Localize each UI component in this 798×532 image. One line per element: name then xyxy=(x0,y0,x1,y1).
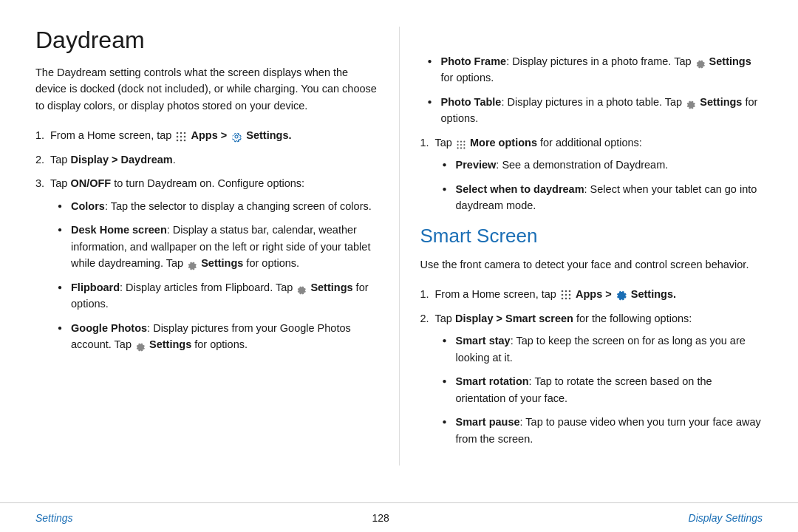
right-column: Photo Frame: Display pictures in a photo… xyxy=(399,27,763,466)
footer-page-number: 128 xyxy=(372,512,389,524)
gear-icon-ptable xyxy=(686,98,696,108)
step3-bullet-list: Colors: Tap the selector to display a ch… xyxy=(58,198,378,353)
gear-icon-desk xyxy=(187,259,197,269)
step4-more-bullets: Preview: See a demonstration of Daydream… xyxy=(443,157,763,214)
svg-point-12 xyxy=(457,144,458,146)
right-title: Smart Screen xyxy=(420,225,763,248)
right-steps-list: From a Home screen, tap Apps > xyxy=(420,286,763,447)
apps-icon-1 xyxy=(175,131,187,143)
bullet-smart-pause: Smart pause: Tap to pause video when you… xyxy=(443,414,763,447)
footer-left-label: Settings xyxy=(35,512,73,524)
gear-icon-1 xyxy=(231,131,242,143)
svg-point-9 xyxy=(457,141,458,143)
step4-continuation: Photo Frame: Display pictures in a photo… xyxy=(428,53,763,127)
svg-point-20 xyxy=(569,290,571,293)
svg-point-25 xyxy=(565,298,567,300)
svg-point-21 xyxy=(562,294,564,296)
svg-point-1 xyxy=(180,132,183,134)
left-column: Daydream The Daydream setting controls w… xyxy=(35,27,399,466)
right-step-2: Tap Display > Smart screen for the follo… xyxy=(420,310,763,447)
left-intro: The Daydream setting controls what the s… xyxy=(35,64,378,114)
left-title: Daydream xyxy=(35,27,378,54)
svg-point-10 xyxy=(460,141,462,143)
left-step-3: Tap ON/OFF to turn Daydream on. Configur… xyxy=(35,175,378,352)
right-step-1: From a Home screen, tap Apps > xyxy=(420,286,763,302)
gear-icon-flip xyxy=(296,283,307,293)
apps-icon-more xyxy=(456,138,466,149)
gear-icon-pframe xyxy=(695,57,706,67)
svg-point-3 xyxy=(177,135,179,137)
apps-icon-right xyxy=(560,289,572,301)
svg-point-17 xyxy=(463,147,465,149)
gear-icon-right-1 xyxy=(615,289,627,301)
svg-point-14 xyxy=(463,144,465,146)
left-step-1: From a Home screen, tap Apps > xyxy=(35,127,378,143)
svg-point-6 xyxy=(177,139,179,141)
svg-point-22 xyxy=(565,294,567,296)
svg-point-13 xyxy=(460,144,462,146)
bullet-colors: Colors: Tap the selector to display a ch… xyxy=(58,198,378,214)
svg-point-19 xyxy=(565,290,567,293)
svg-point-11 xyxy=(463,141,465,143)
page-footer: Settings 128 Display Settings xyxy=(0,502,798,532)
bullet-smart-rotation: Smart rotation: Tap to rotate the screen… xyxy=(443,373,763,406)
svg-point-5 xyxy=(184,135,186,137)
left-step-2: Tap Display > Daydream. xyxy=(35,151,378,168)
bullet-photo-table: Photo Table: Display pictures in a photo… xyxy=(428,94,763,127)
gear-icon-gphotos xyxy=(135,340,146,350)
smart-screen-bullets: Smart stay: Tap to keep the screen on fo… xyxy=(443,332,763,447)
svg-point-23 xyxy=(569,294,571,296)
bullet-flipboard: Flipboard: Display articles from Flipboa… xyxy=(58,279,378,313)
bullet-desk-home: Desk Home screen: Display a status bar, … xyxy=(58,222,378,271)
bullet-photo-frame: Photo Frame: Display pictures in a photo… xyxy=(428,53,763,86)
svg-point-16 xyxy=(460,147,462,149)
svg-point-4 xyxy=(180,135,183,137)
right-step4-list: Tap More options for additional opt xyxy=(420,134,763,214)
right-intro: Use the front camera to detect your face… xyxy=(420,256,763,273)
right-step-4: Tap More options for additional opt xyxy=(420,134,763,214)
svg-point-24 xyxy=(562,298,564,300)
bullet-select-when: Select when to daydream: Select when you… xyxy=(443,181,763,214)
bullet-smart-stay: Smart stay: Tap to keep the screen on fo… xyxy=(443,332,763,366)
svg-point-26 xyxy=(569,298,571,300)
svg-point-2 xyxy=(184,132,186,134)
svg-point-15 xyxy=(457,147,458,149)
svg-point-0 xyxy=(177,132,179,134)
bullet-preview: Preview: See a demonstration of Daydream… xyxy=(443,157,763,173)
svg-point-18 xyxy=(562,290,564,293)
bullet-google-photos: Google Photos: Display pictures from you… xyxy=(58,320,378,353)
footer-right-label: Display Settings xyxy=(689,512,763,524)
svg-point-8 xyxy=(184,139,186,141)
left-steps-list: From a Home screen, tap Apps > xyxy=(35,127,378,352)
svg-point-7 xyxy=(180,139,183,141)
